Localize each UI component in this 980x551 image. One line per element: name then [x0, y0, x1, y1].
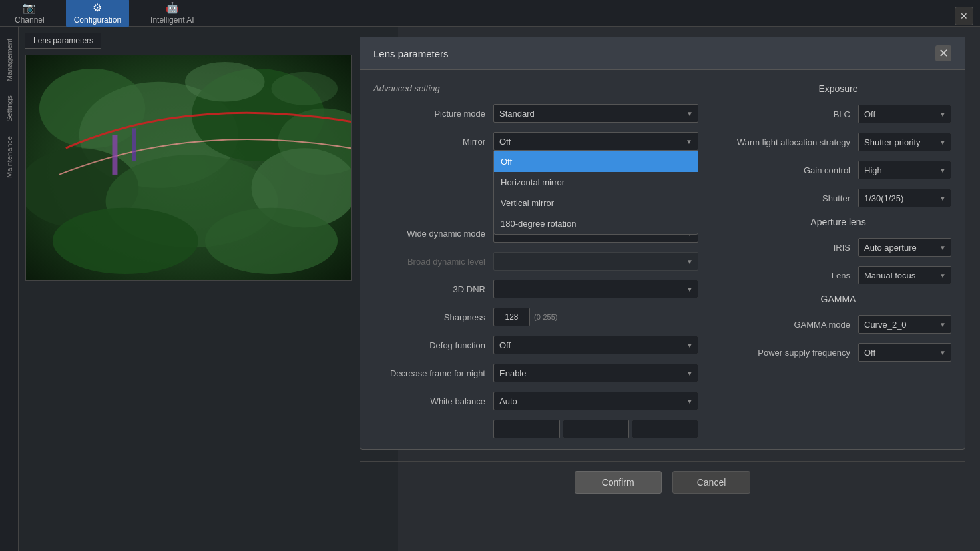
defog-function-select[interactable]: Off	[493, 336, 698, 354]
aperture-title: Aperture lens	[725, 217, 951, 227]
iris-label: IRIS	[725, 243, 858, 253]
picture-mode-select[interactable]: Standard	[493, 104, 698, 123]
mirror-option-180[interactable]: 180-degree rotation	[494, 213, 698, 234]
gain-control-select-wrapper: High	[858, 161, 951, 179]
shutter-label: Shutter	[725, 193, 858, 203]
mirror-selected-value[interactable]: Off	[493, 132, 698, 151]
sidebar-item-1[interactable]: Management	[3, 33, 15, 87]
iris-select[interactable]: Auto aperture	[858, 238, 951, 257]
wide-dynamic-mode-label: Wide dynamic mode	[373, 229, 493, 239]
svg-point-13	[271, 72, 338, 105]
camera-svg	[26, 55, 351, 280]
camera-panel: Lens parameters	[19, 27, 398, 551]
sharpness-label: Sharpness	[373, 312, 493, 322]
white-balance-select[interactable]: Auto	[493, 392, 698, 410]
power-supply-freq-select[interactable]: Off	[858, 343, 951, 362]
mirror-dropdown-wrapper: Off Off Horizontal mirror Vertical mirro…	[493, 132, 698, 151]
camera-tab-label[interactable]: Lens parameters	[25, 33, 101, 49]
svg-point-9	[205, 208, 338, 274]
confirm-button[interactable]: Confirm	[575, 471, 662, 494]
picture-mode-label: Picture mode	[373, 109, 493, 119]
gain-control-select[interactable]: High	[858, 161, 951, 179]
shutter-select[interactable]: 1/30(1/25)	[858, 189, 951, 207]
decrease-frame-row: Decrease frame for night Enable	[373, 364, 698, 382]
svg-point-12	[185, 62, 265, 102]
wb-sub-select-1[interactable]	[493, 420, 560, 438]
sidebar: Management Settings Maintenance	[0, 27, 19, 551]
nav-configuration[interactable]: ⚙ Configuration	[66, 0, 129, 27]
nav-intelligent-ai-label: Intelligent AI	[150, 15, 194, 25]
lens-label: Lens	[725, 271, 858, 280]
svg-point-8	[53, 208, 198, 274]
wb-sub-select-2[interactable]	[563, 420, 629, 438]
mirror-row: Mirror Off Off Horizontal mirror Vertica…	[373, 132, 698, 151]
main-area: Management Settings Maintenance Lens par…	[0, 27, 980, 551]
configuration-icon: ⚙	[93, 1, 102, 14]
dialog-footer: Confirm Cancel	[360, 461, 965, 503]
dialog-title-bar: Lens parameters ✕	[360, 37, 965, 70]
lens-row: Lens Manual focus	[725, 266, 951, 284]
sharpness-range-label: (0-255)	[534, 313, 557, 321]
warm-light-select[interactable]: Shutter priority	[858, 133, 951, 151]
sharpness-row: Sharpness (0-255)	[373, 308, 698, 326]
3d-dnr-select-wrapper	[493, 280, 698, 298]
decrease-frame-select-wrapper: Enable	[493, 364, 698, 382]
shutter-row: Shutter 1/30(1/25)	[725, 189, 951, 207]
warm-light-row: Warm light allocation strategy Shutter p…	[725, 133, 951, 151]
defog-function-select-wrapper: Off	[493, 336, 698, 354]
gain-control-row: Gain control High	[725, 161, 951, 179]
camera-preview	[25, 55, 352, 281]
power-supply-freq-row: Power supply frequency Off	[725, 343, 951, 362]
cancel-button[interactable]: Cancel	[672, 471, 751, 494]
dialog-close-button[interactable]: ✕	[935, 45, 951, 61]
lens-select[interactable]: Manual focus	[858, 266, 951, 284]
blc-select[interactable]: Off	[858, 105, 951, 123]
defog-function-row: Defog function Off	[373, 336, 698, 354]
white-balance-select-wrapper: Auto	[493, 392, 698, 410]
sidebar-item-2[interactable]: Settings	[3, 90, 15, 127]
svg-rect-10	[112, 135, 117, 175]
blc-select-wrapper: Off	[858, 105, 951, 123]
blc-label: BLC	[725, 109, 858, 119]
decrease-frame-label: Decrease frame for night	[373, 368, 493, 378]
nav-configuration-label: Configuration	[74, 15, 121, 25]
white-balance-row: White balance Auto	[373, 392, 698, 410]
mirror-option-vertical[interactable]: Vertical mirror	[494, 193, 698, 213]
broad-dynamic-level-wrapper	[493, 252, 698, 271]
dialog-title: Lens parameters	[373, 48, 449, 59]
dialog-body: Advanced setting Picture mode Standard M…	[360, 70, 965, 461]
exposure-title: Exposure	[725, 83, 951, 94]
decrease-frame-select[interactable]: Enable	[493, 364, 698, 382]
gamma-mode-label: GAMMA mode	[725, 320, 858, 330]
mirror-dropdown-list: Off Horizontal mirror Vertical mirror 18…	[493, 151, 698, 235]
gamma-mode-select-wrapper: Curve_2_0	[858, 315, 951, 334]
picture-mode-select-wrapper: Standard	[493, 104, 698, 123]
picture-mode-row: Picture mode Standard	[373, 104, 698, 123]
channel-icon: 📷	[23, 1, 36, 14]
nav-intelligent-ai[interactable]: 🤖 Intelligent AI	[142, 0, 202, 27]
nav-channel[interactable]: 📷 Channel	[7, 0, 53, 27]
broad-dynamic-level-row: Broad dynamic level	[373, 252, 698, 271]
wb-sub-controls	[493, 420, 698, 438]
top-close-button[interactable]: ✕	[955, 7, 973, 25]
lens-parameters-dialog: Lens parameters ✕ Advanced setting Pictu…	[360, 37, 965, 450]
3d-dnr-row: 3D DNR	[373, 280, 698, 298]
sidebar-item-3[interactable]: Maintenance	[3, 131, 15, 183]
gamma-mode-select[interactable]: Curve_2_0	[858, 315, 951, 334]
iris-select-wrapper: Auto aperture	[858, 238, 951, 257]
warm-light-select-wrapper: Shutter priority	[858, 133, 951, 151]
broad-dynamic-level-select[interactable]	[493, 252, 698, 271]
nav-channel-label: Channel	[15, 15, 45, 25]
broad-dynamic-level-label: Broad dynamic level	[373, 257, 493, 267]
shutter-select-wrapper: 1/30(1/25)	[858, 189, 951, 207]
wb-sub-select-3[interactable]	[632, 420, 698, 438]
advanced-setting-label: Advanced setting	[373, 83, 698, 93]
iris-row: IRIS Auto aperture	[725, 238, 951, 257]
mirror-option-off[interactable]: Off	[494, 151, 698, 172]
intelligent-ai-icon: 🤖	[166, 1, 179, 14]
mirror-option-horizontal[interactable]: Horizontal mirror	[494, 172, 698, 193]
sharpness-input[interactable]	[493, 308, 530, 326]
3d-dnr-select[interactable]	[493, 280, 698, 298]
defog-function-label: Defog function	[373, 340, 493, 350]
3d-dnr-label: 3D DNR	[373, 284, 493, 294]
